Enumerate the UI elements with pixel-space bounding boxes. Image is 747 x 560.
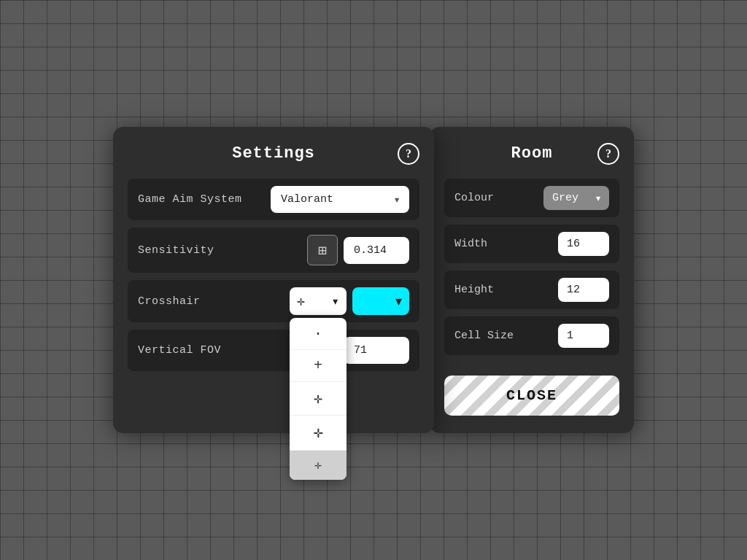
crosshair-shape-icon: ✛ [297, 293, 305, 309]
vertical-fov-input[interactable] [344, 337, 409, 364]
settings-header: Settings ? [128, 144, 419, 163]
crosshair-label: Crosshair [138, 295, 201, 308]
calculator-icon[interactable]: ⊞ [307, 235, 338, 265]
room-width-row: Width [444, 225, 619, 263]
room-help-icon[interactable]: ? [597, 143, 619, 165]
sensitivity-label: Sensitivity [138, 244, 214, 257]
close-button-label: CLOSE [506, 387, 557, 404]
close-button[interactable]: CLOSE [444, 376, 619, 416]
room-height-input[interactable] [558, 278, 609, 302]
settings-panel: Settings ? Game Aim System Valorant CS:G… [113, 127, 434, 433]
crosshair-dropdown-menu: · + ✛ ✛ ✛ [290, 318, 347, 480]
crosshair-shape-button[interactable]: ✛ ▾ [290, 287, 347, 315]
crosshair-row: Crosshair ✛ ▾ · + ✛ ✛ ✛ [128, 280, 419, 322]
crosshair-shape-dropdown-wrapper: ✛ ▾ · + ✛ ✛ ✛ [290, 287, 347, 315]
room-height-label: Height [454, 284, 494, 296]
crosshair-option-dot[interactable]: · [290, 318, 347, 350]
settings-help-icon[interactable]: ? [398, 143, 419, 165]
sensitivity-input[interactable] [344, 237, 409, 264]
crosshair-color-chevron: ▾ [395, 293, 402, 309]
crosshair-option-selected[interactable]: ✛ [290, 451, 347, 480]
room-colour-dropdown[interactable]: Grey White Black Blue [543, 186, 609, 210]
vertical-fov-row: Vertical FOV [128, 330, 419, 371]
sensitivity-control: ⊞ [307, 235, 409, 265]
room-header: Room ? [444, 144, 619, 163]
room-height-row: Height [444, 271, 619, 309]
crosshair-color-button[interactable]: ▾ [352, 287, 409, 315]
vertical-fov-label: Vertical FOV [138, 344, 221, 357]
vertical-fov-control [344, 337, 409, 364]
room-width-label: Width [454, 238, 487, 250]
crosshair-option-medium[interactable]: ✛ [290, 382, 347, 416]
game-aim-system-label: Game Aim System [138, 193, 242, 206]
settings-title: Settings [232, 144, 315, 163]
crosshair-option-large[interactable]: ✛ [290, 416, 347, 451]
crosshair-option-small[interactable]: + [290, 350, 347, 382]
game-aim-system-control: Valorant CS:GO Apex Fortnite [271, 186, 409, 213]
room-width-input[interactable] [558, 232, 609, 256]
room-cell-size-label: Cell Size [454, 330, 514, 342]
room-title: Room [511, 144, 553, 163]
sensitivity-row: Sensitivity ⊞ [128, 228, 419, 273]
room-colour-label: Colour [454, 192, 494, 204]
room-cell-size-input[interactable] [558, 324, 609, 348]
panels-wrapper: Settings ? Game Aim System Valorant CS:G… [113, 127, 634, 433]
crosshair-shape-chevron: ▾ [331, 293, 339, 309]
room-panel: Room ? Colour Grey White Black Blue Widt… [430, 127, 634, 433]
room-colour-row: Colour Grey White Black Blue [444, 179, 619, 217]
game-aim-dropdown-wrapper: Valorant CS:GO Apex Fortnite [271, 186, 409, 213]
room-colour-dropdown-wrapper: Grey White Black Blue [543, 186, 609, 210]
game-aim-system-row: Game Aim System Valorant CS:GO Apex Fort… [128, 179, 419, 220]
game-aim-system-dropdown[interactable]: Valorant CS:GO Apex Fortnite [271, 186, 409, 213]
crosshair-controls: ✛ ▾ · + ✛ ✛ ✛ ▾ [290, 287, 409, 315]
room-cell-size-row: Cell Size [444, 316, 619, 355]
